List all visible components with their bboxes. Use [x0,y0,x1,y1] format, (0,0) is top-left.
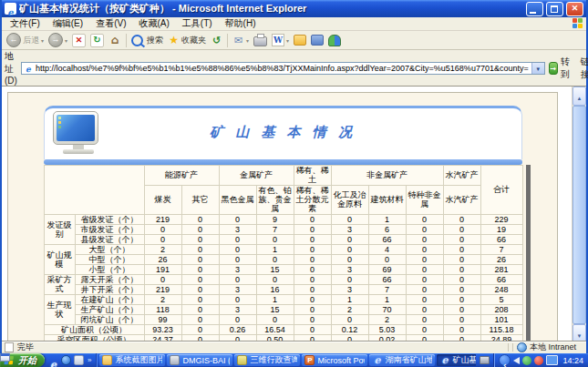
minimize-button[interactable] [526,2,543,16]
cell-value: 0.50 [256,334,294,341]
print-button[interactable] [252,33,269,48]
go-button[interactable]: 转到 [549,56,573,81]
start-label: 开始 [18,354,36,367]
vertical-scrollbar[interactable] [572,87,586,341]
cell-value: 0 [406,334,443,341]
discussion-button[interactable] [292,33,308,48]
stop-button[interactable] [70,33,88,48]
taskbar-task-button[interactable]: 系统截图图片 [99,354,165,366]
quick-launch-bar: » [45,353,97,367]
cell-value: 0.26 [219,324,256,334]
cell-value: 9 [256,214,294,224]
status-text: 完毕 [17,342,34,353]
back-button[interactable]: 后退 ▾ [5,33,46,48]
address-combobox[interactable]: http://localhost/%e7%9f%bf%e5%b1%b1%e5%8… [21,62,545,75]
cell-value: 1 [368,294,406,304]
show-desktop-icon[interactable] [74,355,84,365]
address-bar: 地址(D) http://localhost/%e7%9f%bf%e5%b1%b… [2,50,586,87]
close-button[interactable] [566,2,583,16]
row-label: 井下开采（个） [75,284,144,294]
cell-value: 0 [443,334,480,341]
table-row: 中型（个）260000000026 [44,254,522,264]
messenger-button[interactable] [326,33,343,48]
cell-value: 0 [331,274,368,284]
menu-item-tools[interactable]: 工具(T) [176,17,219,30]
volume-icon[interactable] [513,357,520,364]
table-row: 小型（个）1910315036900281 [44,264,522,274]
address-dropdown-icon[interactable] [531,63,544,74]
taskbar-task-button[interactable]: 三维行政查询... [234,354,300,366]
system-tray: 14:24 [493,353,588,367]
scrollbar-thumb[interactable] [573,106,586,324]
column-header: 其它 [181,185,219,214]
cell-value: 1 [256,294,294,304]
cell-value: 0 [294,214,331,224]
report-panel: 矿 山 基 本 情 况 能源矿产金属矿产稀有、稀土非金属矿产水汽矿产合计煤炭其它… [7,92,558,341]
cell-value: 3 [331,264,368,274]
scroll-down-icon[interactable] [573,324,586,341]
edit-dropdown-icon[interactable]: ▾ [286,37,289,44]
forward-button[interactable]: ▾ [46,33,69,48]
maximize-button[interactable] [546,2,563,16]
cell-value: 0 [219,294,256,304]
column-header: 黑色金属 [219,185,256,214]
cell-value: 0 [294,334,331,341]
home-button[interactable] [107,33,123,48]
row-group-label: 生产现状 [44,294,75,324]
cell-value: 118 [144,304,181,314]
cell-value: 0 [144,224,181,234]
cell-value: 0 [181,244,219,254]
cell-value: 99 [144,314,181,324]
task-label: 系统截图图片 [115,354,162,366]
home-icon [108,35,121,46]
row-label: 小型（个） [75,264,144,274]
cell-value: 0 [181,304,219,314]
scroll-up-icon[interactable] [573,87,586,106]
task-label: 湖南省矿山地... [385,354,432,366]
green-status-icon[interactable] [522,356,531,365]
tray-chevron-icon[interactable] [499,354,511,366]
links-label[interactable]: 链接 [581,56,588,81]
go-label: 转到 [561,56,573,81]
taskbar-task-button[interactable]: 湖南省矿山地... [369,354,435,366]
taskbar-task-button[interactable]: 矿山基本情况... [437,354,476,366]
menu-item-favorites[interactable]: 收藏(A) [132,17,175,30]
column-group-header: 非金属矿产 [331,166,443,186]
summary-row-label: 矿山面积（公顷） [44,324,144,334]
history-icon [211,35,222,46]
history-button[interactable] [209,33,224,48]
cell-value: 0 [443,294,480,304]
cell-value: 191 [144,264,181,274]
taskbar-task-button[interactable]: Microsoft Pow... [302,354,367,366]
search-button[interactable]: 搜索 [129,33,165,48]
cell-value: 0 [219,274,256,284]
window-icon[interactable] [0,353,10,362]
taskbar-task-button[interactable]: DMGIS-BAI (J:) [167,354,232,366]
favorites-button[interactable]: 收藏夹 [166,33,208,48]
task-label: Microsoft Pow... [317,356,365,365]
back-dropdown-icon[interactable]: ▾ [41,37,44,44]
url-text[interactable]: http://localhost/%e7%9f%bf%e5%b1%b1%e5%8… [36,64,529,73]
menu-item-view[interactable]: 查看(V) [89,17,132,30]
red-status-icon[interactable] [534,356,543,365]
cell-value: 0 [294,254,331,264]
research-button[interactable] [309,33,325,48]
quick-launch-chevron-icon[interactable]: » [87,356,92,364]
edit-button[interactable]: ▾ [270,33,291,48]
menu-item-help[interactable]: 帮助(H) [219,17,263,30]
refresh-button[interactable] [88,33,106,48]
display-icon[interactable] [546,355,558,365]
cell-value: 0 [331,214,368,224]
mail-dropdown-icon[interactable]: ▾ [246,37,249,44]
cell-value: 0 [331,254,368,264]
printer-icon[interactable] [480,356,490,364]
menu-item-edit[interactable]: 编辑(E) [46,17,89,30]
cell-value: 4 [368,244,406,254]
mail-button[interactable]: ▾ [231,33,251,48]
quick-launch-media-icon[interactable] [61,355,71,365]
menu-item-file[interactable]: 文件(F) [4,17,46,30]
quick-launch-ie-icon[interactable] [48,355,58,365]
cell-value: 0 [181,314,219,324]
forward-dropdown-icon[interactable]: ▾ [65,37,67,44]
cell-value: 115.18 [480,324,522,334]
